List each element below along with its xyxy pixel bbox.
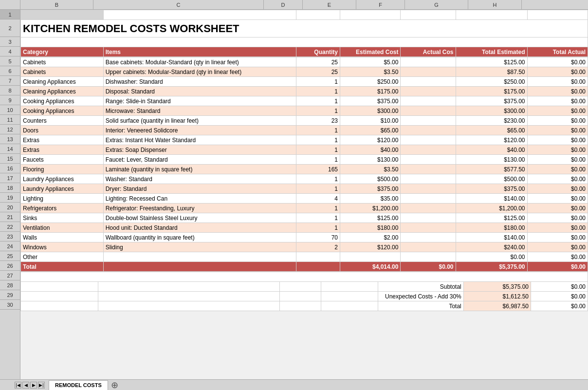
cell-16-0[interactable]: Flooring	[21, 165, 104, 174]
cell-20-2[interactable]: 1	[296, 204, 340, 213]
cell-18-6[interactable]: $0.00	[527, 184, 588, 194]
cell-9-1[interactable]: Range: Slide-in Standard	[103, 96, 296, 106]
cell-23-0[interactable]: Walls	[21, 233, 104, 242]
cell-9-4[interactable]	[401, 96, 456, 106]
cell-19-0[interactable]: Lighting	[21, 194, 104, 204]
cell-7-6[interactable]: $0.00	[527, 77, 588, 87]
cell-25-1[interactable]	[103, 252, 296, 262]
cell-20-5[interactable]: $1,200.00	[456, 204, 527, 213]
cell-20-6[interactable]: $0.00	[527, 204, 588, 213]
cell-19-5[interactable]: $140.00	[456, 194, 527, 204]
cell-15-6[interactable]: $0.00	[527, 155, 588, 165]
cell-22-0[interactable]: Ventilation	[21, 223, 104, 233]
cell-20-1[interactable]: Refrigerator: Freestanding, Luxury	[103, 204, 296, 213]
cell-24-4[interactable]	[401, 242, 456, 252]
cell-22-6[interactable]: $0.00	[527, 223, 588, 233]
cell-8-1[interactable]: Disposal: Standard	[103, 87, 296, 96]
cell-12-5[interactable]: $65.00	[456, 126, 527, 135]
cell-20-0[interactable]: Refrigerators	[21, 204, 104, 213]
cell-17-1[interactable]: Washer: Standard	[103, 174, 296, 184]
cell-g1[interactable]	[527, 10, 588, 20]
cell-f1[interactable]	[456, 10, 527, 20]
cell-9-2[interactable]: 1	[296, 96, 340, 106]
cell-8-0[interactable]: Cleaning Appliances	[21, 87, 104, 96]
cell-15-5[interactable]: $130.00	[456, 155, 527, 165]
cell-11-5[interactable]: $230.00	[456, 116, 527, 126]
add-sheet-icon[interactable]: ⊕	[111, 380, 118, 390]
cell-24-2[interactable]: 2	[296, 242, 340, 252]
cell-11-0[interactable]: Counters	[21, 116, 104, 126]
cell-7-4[interactable]	[401, 77, 456, 87]
cell-10-2[interactable]: 1	[296, 106, 340, 116]
cell-20-3[interactable]: $1,200.00	[340, 204, 401, 213]
cell-15-1[interactable]: Faucet: Lever, Standard	[103, 155, 296, 165]
cell-23-2[interactable]: 70	[296, 233, 340, 242]
cell-25-6[interactable]: $0.00	[527, 252, 588, 262]
cell-23-6[interactable]: $0.00	[527, 233, 588, 242]
cell-9-6[interactable]: $0.00	[527, 96, 588, 106]
cell-c1[interactable]	[296, 10, 340, 20]
cell-11-1[interactable]: Solid surface (quantity in linear feet)	[103, 116, 296, 126]
cell-15-0[interactable]: Faucets	[21, 155, 104, 165]
cell-17-6[interactable]: $0.00	[527, 174, 588, 184]
cell-14-4[interactable]	[401, 145, 456, 155]
cell-10-4[interactable]	[401, 106, 456, 116]
cell-8-3[interactable]: $175.00	[340, 87, 401, 96]
cell-21-6[interactable]: $0.00	[527, 213, 588, 223]
cell-25-4[interactable]	[401, 252, 456, 262]
cell-6-3[interactable]: $3.50	[340, 67, 401, 77]
tab-nav-next[interactable]: ▶	[30, 382, 37, 389]
cell-9-5[interactable]: $375.00	[456, 96, 527, 106]
cell-24-6[interactable]: $0.00	[527, 242, 588, 252]
cell-22-3[interactable]: $180.00	[340, 223, 401, 233]
cell-5-5[interactable]: $125.00	[456, 57, 527, 67]
cell-21-4[interactable]	[401, 213, 456, 223]
cell-7-0[interactable]: Cleaning Appliances	[21, 77, 104, 87]
cell-17-2[interactable]: 1	[296, 174, 340, 184]
cell-5-6[interactable]: $0.00	[527, 57, 588, 67]
cell-10-6[interactable]: $0.00	[527, 106, 588, 116]
cell-25-0[interactable]: Other	[21, 252, 104, 262]
cell-5-1[interactable]: Base cabinets: Modular-Standard (qty in …	[103, 57, 296, 67]
cell-23-1[interactable]: Wallboard (quantity in square feet)	[103, 233, 296, 242]
cell-21-2[interactable]: 1	[296, 213, 340, 223]
tab-nav-last[interactable]: ▶|	[38, 382, 45, 389]
cell-7-5[interactable]: $250.00	[456, 77, 527, 87]
cell-6-4[interactable]	[401, 67, 456, 77]
cell-19-2[interactable]: 4	[296, 194, 340, 204]
cell-21-5[interactable]: $125.00	[456, 213, 527, 223]
cell-15-3[interactable]: $130.00	[340, 155, 401, 165]
cell-12-2[interactable]: 1	[296, 126, 340, 135]
cell-19-3[interactable]: $35.00	[340, 194, 401, 204]
tab-nav-first[interactable]: |◀	[15, 382, 21, 389]
cell-12-4[interactable]	[401, 126, 456, 135]
cell-24-0[interactable]: Windows	[21, 242, 104, 252]
cell-10-3[interactable]: $300.00	[340, 106, 401, 116]
cell-23-4[interactable]	[401, 233, 456, 242]
cell-21-3[interactable]: $125.00	[340, 213, 401, 223]
cell-14-0[interactable]: Extras	[21, 145, 104, 155]
cell-7-2[interactable]: 1	[296, 77, 340, 87]
cell-14-2[interactable]: 1	[296, 145, 340, 155]
cell-17-4[interactable]	[401, 174, 456, 184]
cell-14-5[interactable]: $40.00	[456, 145, 527, 155]
cell-21-1[interactable]: Double-bowl Stainless Steel Luxury	[103, 213, 296, 223]
cell-10-5[interactable]: $300.00	[456, 106, 527, 116]
cell-22-2[interactable]: 1	[296, 223, 340, 233]
cell-6-5[interactable]: $87.50	[456, 67, 527, 77]
cell-5-2[interactable]: 25	[296, 57, 340, 67]
cell-16-6[interactable]: $0.00	[527, 165, 588, 174]
cell-12-0[interactable]: Doors	[21, 126, 104, 135]
cell-13-6[interactable]: $0.00	[527, 135, 588, 145]
cell-18-5[interactable]: $375.00	[456, 184, 527, 194]
tab-nav-prev[interactable]: ◀	[22, 382, 29, 389]
cell-18-3[interactable]: $375.00	[340, 184, 401, 194]
cell-7-3[interactable]: $250.00	[340, 77, 401, 87]
cell-23-3[interactable]: $2.00	[340, 233, 401, 242]
cell-13-3[interactable]: $120.00	[340, 135, 401, 145]
cell-13-1[interactable]: Extras: Instant Hot Water Standard	[103, 135, 296, 145]
cell-10-1[interactable]: Microwave: Standard	[103, 106, 296, 116]
cell-24-3[interactable]: $120.00	[340, 242, 401, 252]
sheet-tab-remodel-costs[interactable]: REMODEL COSTS	[49, 380, 108, 390]
cell-14-6[interactable]: $0.00	[527, 145, 588, 155]
